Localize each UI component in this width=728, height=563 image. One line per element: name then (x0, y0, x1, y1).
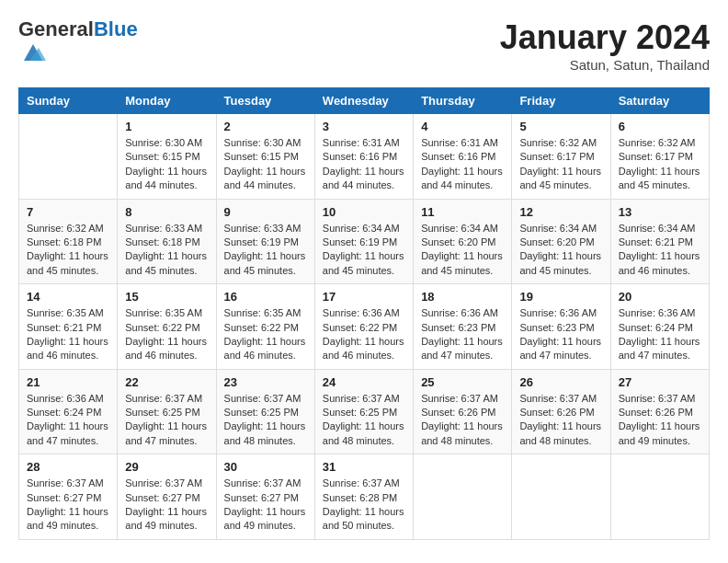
page-header: GeneralBlue January 2024 Satun, Satun, T… (18, 18, 710, 73)
calendar-cell: 1Sunrise: 6:30 AM Sunset: 6:15 PM Daylig… (118, 114, 216, 200)
day-number: 26 (519, 375, 602, 389)
calendar-table: SundayMondayTuesdayWednesdayThursdayFrid… (18, 87, 710, 540)
day-number: 14 (27, 290, 109, 304)
day-info: Sunrise: 6:30 AM Sunset: 6:15 PM Dayligh… (125, 136, 208, 193)
day-info: Sunrise: 6:31 AM Sunset: 6:16 PM Dayligh… (323, 136, 405, 193)
calendar-cell (610, 454, 709, 540)
day-number: 16 (224, 290, 307, 304)
calendar-cell: 27Sunrise: 6:37 AM Sunset: 6:26 PM Dayli… (610, 369, 709, 454)
weekday-header-friday: Friday (512, 88, 610, 114)
weekday-header-sunday: Sunday (19, 88, 118, 114)
day-number: 31 (323, 460, 405, 474)
day-info: Sunrise: 6:32 AM Sunset: 6:18 PM Dayligh… (27, 222, 109, 279)
day-info: Sunrise: 6:36 AM Sunset: 6:23 PM Dayligh… (421, 306, 504, 363)
day-info: Sunrise: 6:37 AM Sunset: 6:27 PM Dayligh… (27, 477, 109, 534)
calendar-cell: 14Sunrise: 6:35 AM Sunset: 6:21 PM Dayli… (19, 284, 118, 370)
weekday-header-thursday: Thursday (414, 88, 512, 114)
calendar-cell: 26Sunrise: 6:37 AM Sunset: 6:26 PM Dayli… (512, 369, 610, 454)
logo-general-text: General (18, 17, 94, 40)
day-number: 7 (27, 205, 109, 219)
day-info: Sunrise: 6:32 AM Sunset: 6:17 PM Dayligh… (519, 136, 602, 193)
day-number: 3 (323, 120, 405, 133)
calendar-cell: 10Sunrise: 6:34 AM Sunset: 6:19 PM Dayli… (314, 199, 413, 284)
calendar-cell: 28Sunrise: 6:37 AM Sunset: 6:27 PM Dayli… (19, 454, 118, 540)
calendar-cell: 7Sunrise: 6:32 AM Sunset: 6:18 PM Daylig… (19, 199, 118, 284)
calendar-cell (19, 114, 118, 200)
weekday-header-tuesday: Tuesday (216, 88, 314, 114)
location: Satun, Satun, Thailand (500, 57, 710, 73)
day-number: 19 (519, 290, 602, 304)
calendar-cell: 16Sunrise: 6:35 AM Sunset: 6:22 PM Dayli… (216, 284, 314, 370)
day-info: Sunrise: 6:36 AM Sunset: 6:22 PM Dayligh… (323, 306, 405, 363)
day-number: 21 (27, 375, 109, 389)
day-info: Sunrise: 6:34 AM Sunset: 6:19 PM Dayligh… (323, 222, 405, 279)
day-info: Sunrise: 6:34 AM Sunset: 6:20 PM Dayligh… (519, 222, 602, 279)
calendar-cell (512, 454, 610, 540)
calendar-cell: 17Sunrise: 6:36 AM Sunset: 6:22 PM Dayli… (314, 284, 413, 370)
logo: GeneralBlue (18, 18, 138, 70)
day-number: 8 (125, 205, 208, 219)
calendar-cell: 31Sunrise: 6:37 AM Sunset: 6:28 PM Dayli… (314, 454, 413, 540)
day-info: Sunrise: 6:31 AM Sunset: 6:16 PM Dayligh… (421, 136, 504, 193)
calendar-cell (414, 454, 512, 540)
day-number: 18 (421, 290, 504, 304)
day-number: 1 (125, 120, 208, 133)
day-info: Sunrise: 6:37 AM Sunset: 6:25 PM Dayligh… (125, 392, 208, 449)
weekday-header-wednesday: Wednesday (314, 88, 413, 114)
day-number: 29 (125, 460, 208, 474)
day-info: Sunrise: 6:37 AM Sunset: 6:27 PM Dayligh… (224, 477, 307, 534)
calendar-cell: 2Sunrise: 6:30 AM Sunset: 6:15 PM Daylig… (216, 114, 314, 200)
logo-icon (20, 40, 46, 66)
logo-blue-text: Blue (94, 17, 138, 40)
day-info: Sunrise: 6:37 AM Sunset: 6:25 PM Dayligh… (323, 392, 405, 449)
day-number: 23 (224, 375, 307, 389)
day-number: 12 (519, 205, 602, 219)
week-row-1: 1Sunrise: 6:30 AM Sunset: 6:15 PM Daylig… (19, 114, 710, 200)
day-number: 25 (421, 375, 504, 389)
calendar-cell: 19Sunrise: 6:36 AM Sunset: 6:23 PM Dayli… (512, 284, 610, 370)
day-info: Sunrise: 6:35 AM Sunset: 6:22 PM Dayligh… (224, 306, 307, 363)
calendar-cell: 29Sunrise: 6:37 AM Sunset: 6:27 PM Dayli… (118, 454, 216, 540)
day-info: Sunrise: 6:34 AM Sunset: 6:20 PM Dayligh… (421, 222, 504, 279)
calendar-cell: 11Sunrise: 6:34 AM Sunset: 6:20 PM Dayli… (414, 199, 512, 284)
day-number: 10 (323, 205, 405, 219)
calendar-cell: 5Sunrise: 6:32 AM Sunset: 6:17 PM Daylig… (512, 114, 610, 200)
day-info: Sunrise: 6:33 AM Sunset: 6:18 PM Dayligh… (125, 222, 208, 279)
calendar-cell: 15Sunrise: 6:35 AM Sunset: 6:22 PM Dayli… (118, 284, 216, 370)
calendar-cell: 23Sunrise: 6:37 AM Sunset: 6:25 PM Dayli… (216, 369, 314, 454)
day-number: 24 (323, 375, 405, 389)
day-number: 5 (519, 120, 602, 133)
calendar-cell: 9Sunrise: 6:33 AM Sunset: 6:19 PM Daylig… (216, 199, 314, 284)
day-info: Sunrise: 6:37 AM Sunset: 6:27 PM Dayligh… (125, 477, 208, 534)
calendar-cell: 18Sunrise: 6:36 AM Sunset: 6:23 PM Dayli… (414, 284, 512, 370)
day-info: Sunrise: 6:36 AM Sunset: 6:23 PM Dayligh… (519, 306, 602, 363)
calendar-cell: 8Sunrise: 6:33 AM Sunset: 6:18 PM Daylig… (118, 199, 216, 284)
calendar-cell: 21Sunrise: 6:36 AM Sunset: 6:24 PM Dayli… (19, 369, 118, 454)
day-info: Sunrise: 6:37 AM Sunset: 6:28 PM Dayligh… (323, 477, 405, 534)
calendar-cell: 25Sunrise: 6:37 AM Sunset: 6:26 PM Dayli… (414, 369, 512, 454)
day-number: 27 (619, 375, 701, 389)
calendar-cell: 4Sunrise: 6:31 AM Sunset: 6:16 PM Daylig… (414, 114, 512, 200)
week-row-5: 28Sunrise: 6:37 AM Sunset: 6:27 PM Dayli… (19, 454, 710, 540)
day-info: Sunrise: 6:33 AM Sunset: 6:19 PM Dayligh… (224, 222, 307, 279)
day-info: Sunrise: 6:37 AM Sunset: 6:25 PM Dayligh… (224, 392, 307, 449)
day-info: Sunrise: 6:37 AM Sunset: 6:26 PM Dayligh… (421, 392, 504, 449)
day-number: 2 (224, 120, 307, 133)
calendar-cell: 22Sunrise: 6:37 AM Sunset: 6:25 PM Dayli… (118, 369, 216, 454)
calendar-cell: 20Sunrise: 6:36 AM Sunset: 6:24 PM Dayli… (610, 284, 709, 370)
calendar-cell: 6Sunrise: 6:32 AM Sunset: 6:17 PM Daylig… (610, 114, 709, 200)
day-info: Sunrise: 6:37 AM Sunset: 6:26 PM Dayligh… (619, 392, 701, 449)
day-info: Sunrise: 6:32 AM Sunset: 6:17 PM Dayligh… (619, 136, 701, 193)
weekday-header-row: SundayMondayTuesdayWednesdayThursdayFrid… (19, 88, 710, 114)
day-number: 4 (421, 120, 504, 133)
day-number: 30 (224, 460, 307, 474)
day-info: Sunrise: 6:36 AM Sunset: 6:24 PM Dayligh… (27, 392, 109, 449)
day-number: 20 (619, 290, 701, 304)
calendar-cell: 24Sunrise: 6:37 AM Sunset: 6:25 PM Dayli… (314, 369, 413, 454)
day-number: 11 (421, 205, 504, 219)
calendar-cell: 3Sunrise: 6:31 AM Sunset: 6:16 PM Daylig… (314, 114, 413, 200)
day-info: Sunrise: 6:34 AM Sunset: 6:21 PM Dayligh… (619, 222, 701, 279)
day-number: 6 (619, 120, 701, 133)
day-info: Sunrise: 6:35 AM Sunset: 6:22 PM Dayligh… (125, 306, 208, 363)
week-row-3: 14Sunrise: 6:35 AM Sunset: 6:21 PM Dayli… (19, 284, 710, 370)
